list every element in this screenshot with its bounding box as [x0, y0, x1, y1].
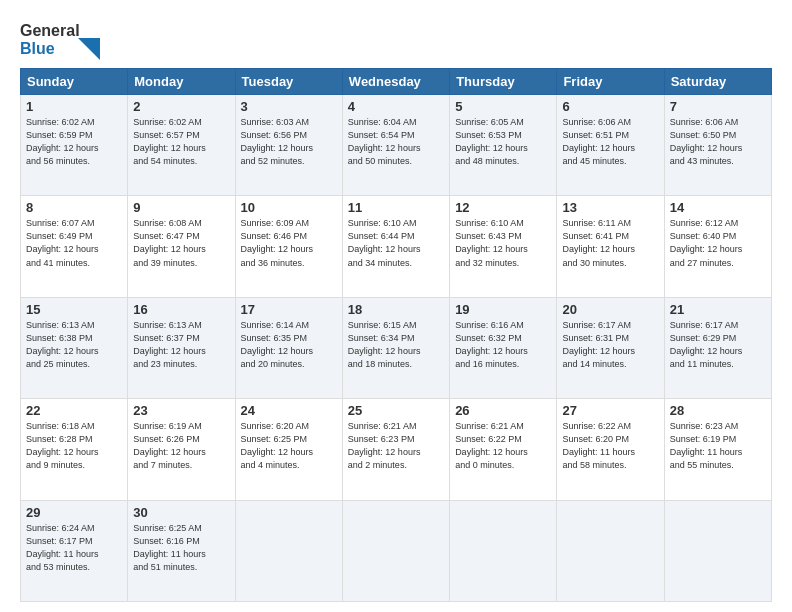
day-info: Sunrise: 6:13 AM Sunset: 6:38 PM Dayligh…	[26, 319, 122, 371]
calendar-cell: 24Sunrise: 6:20 AM Sunset: 6:25 PM Dayli…	[235, 399, 342, 500]
calendar-cell: 20Sunrise: 6:17 AM Sunset: 6:31 PM Dayli…	[557, 297, 664, 398]
day-number: 15	[26, 302, 122, 317]
calendar-week-row: 29Sunrise: 6:24 AM Sunset: 6:17 PM Dayli…	[21, 500, 772, 601]
day-info: Sunrise: 6:13 AM Sunset: 6:37 PM Dayligh…	[133, 319, 229, 371]
day-info: Sunrise: 6:17 AM Sunset: 6:29 PM Dayligh…	[670, 319, 766, 371]
calendar-cell: 30Sunrise: 6:25 AM Sunset: 6:16 PM Dayli…	[128, 500, 235, 601]
calendar-cell	[235, 500, 342, 601]
calendar-header-sunday: Sunday	[21, 69, 128, 95]
calendar-week-row: 8Sunrise: 6:07 AM Sunset: 6:49 PM Daylig…	[21, 196, 772, 297]
day-number: 14	[670, 200, 766, 215]
day-info: Sunrise: 6:17 AM Sunset: 6:31 PM Dayligh…	[562, 319, 658, 371]
day-info: Sunrise: 6:21 AM Sunset: 6:22 PM Dayligh…	[455, 420, 551, 472]
calendar-table: SundayMondayTuesdayWednesdayThursdayFrid…	[20, 68, 772, 602]
day-info: Sunrise: 6:22 AM Sunset: 6:20 PM Dayligh…	[562, 420, 658, 472]
day-info: Sunrise: 6:20 AM Sunset: 6:25 PM Dayligh…	[241, 420, 337, 472]
calendar-cell	[450, 500, 557, 601]
calendar-cell: 15Sunrise: 6:13 AM Sunset: 6:38 PM Dayli…	[21, 297, 128, 398]
day-info: Sunrise: 6:25 AM Sunset: 6:16 PM Dayligh…	[133, 522, 229, 574]
day-number: 27	[562, 403, 658, 418]
calendar-cell: 16Sunrise: 6:13 AM Sunset: 6:37 PM Dayli…	[128, 297, 235, 398]
calendar-cell: 22Sunrise: 6:18 AM Sunset: 6:28 PM Dayli…	[21, 399, 128, 500]
day-info: Sunrise: 6:12 AM Sunset: 6:40 PM Dayligh…	[670, 217, 766, 269]
day-number: 20	[562, 302, 658, 317]
day-number: 7	[670, 99, 766, 114]
calendar-header-friday: Friday	[557, 69, 664, 95]
day-number: 13	[562, 200, 658, 215]
day-number: 1	[26, 99, 122, 114]
day-info: Sunrise: 6:06 AM Sunset: 6:51 PM Dayligh…	[562, 116, 658, 168]
day-number: 28	[670, 403, 766, 418]
svg-marker-2	[78, 38, 100, 60]
calendar-cell: 14Sunrise: 6:12 AM Sunset: 6:40 PM Dayli…	[664, 196, 771, 297]
day-number: 25	[348, 403, 444, 418]
day-number: 26	[455, 403, 551, 418]
calendar-cell: 11Sunrise: 6:10 AM Sunset: 6:44 PM Dayli…	[342, 196, 449, 297]
calendar-cell: 12Sunrise: 6:10 AM Sunset: 6:43 PM Dayli…	[450, 196, 557, 297]
calendar-cell	[664, 500, 771, 601]
logo-svg: GeneralBlue	[20, 18, 100, 60]
calendar-cell: 6Sunrise: 6:06 AM Sunset: 6:51 PM Daylig…	[557, 95, 664, 196]
calendar-cell: 21Sunrise: 6:17 AM Sunset: 6:29 PM Dayli…	[664, 297, 771, 398]
day-number: 30	[133, 505, 229, 520]
day-info: Sunrise: 6:05 AM Sunset: 6:53 PM Dayligh…	[455, 116, 551, 168]
day-info: Sunrise: 6:06 AM Sunset: 6:50 PM Dayligh…	[670, 116, 766, 168]
calendar-header-saturday: Saturday	[664, 69, 771, 95]
day-number: 2	[133, 99, 229, 114]
day-info: Sunrise: 6:16 AM Sunset: 6:32 PM Dayligh…	[455, 319, 551, 371]
calendar-cell: 18Sunrise: 6:15 AM Sunset: 6:34 PM Dayli…	[342, 297, 449, 398]
calendar-cell: 4Sunrise: 6:04 AM Sunset: 6:54 PM Daylig…	[342, 95, 449, 196]
calendar-cell: 1Sunrise: 6:02 AM Sunset: 6:59 PM Daylig…	[21, 95, 128, 196]
day-number: 10	[241, 200, 337, 215]
day-number: 17	[241, 302, 337, 317]
day-info: Sunrise: 6:23 AM Sunset: 6:19 PM Dayligh…	[670, 420, 766, 472]
calendar-cell: 28Sunrise: 6:23 AM Sunset: 6:19 PM Dayli…	[664, 399, 771, 500]
calendar-cell: 2Sunrise: 6:02 AM Sunset: 6:57 PM Daylig…	[128, 95, 235, 196]
day-number: 19	[455, 302, 551, 317]
day-info: Sunrise: 6:19 AM Sunset: 6:26 PM Dayligh…	[133, 420, 229, 472]
day-number: 24	[241, 403, 337, 418]
day-number: 16	[133, 302, 229, 317]
day-info: Sunrise: 6:11 AM Sunset: 6:41 PM Dayligh…	[562, 217, 658, 269]
calendar-cell: 27Sunrise: 6:22 AM Sunset: 6:20 PM Dayli…	[557, 399, 664, 500]
day-number: 18	[348, 302, 444, 317]
day-number: 8	[26, 200, 122, 215]
calendar-cell: 25Sunrise: 6:21 AM Sunset: 6:23 PM Dayli…	[342, 399, 449, 500]
calendar-cell: 8Sunrise: 6:07 AM Sunset: 6:49 PM Daylig…	[21, 196, 128, 297]
day-info: Sunrise: 6:09 AM Sunset: 6:46 PM Dayligh…	[241, 217, 337, 269]
svg-text:General: General	[20, 22, 80, 39]
day-info: Sunrise: 6:21 AM Sunset: 6:23 PM Dayligh…	[348, 420, 444, 472]
calendar-cell: 23Sunrise: 6:19 AM Sunset: 6:26 PM Dayli…	[128, 399, 235, 500]
day-info: Sunrise: 6:10 AM Sunset: 6:43 PM Dayligh…	[455, 217, 551, 269]
logo: GeneralBlue	[20, 18, 100, 60]
calendar-header-tuesday: Tuesday	[235, 69, 342, 95]
day-info: Sunrise: 6:03 AM Sunset: 6:56 PM Dayligh…	[241, 116, 337, 168]
calendar-cell: 29Sunrise: 6:24 AM Sunset: 6:17 PM Dayli…	[21, 500, 128, 601]
day-number: 11	[348, 200, 444, 215]
calendar-header-wednesday: Wednesday	[342, 69, 449, 95]
day-number: 3	[241, 99, 337, 114]
calendar-week-row: 1Sunrise: 6:02 AM Sunset: 6:59 PM Daylig…	[21, 95, 772, 196]
calendar-cell: 7Sunrise: 6:06 AM Sunset: 6:50 PM Daylig…	[664, 95, 771, 196]
day-number: 6	[562, 99, 658, 114]
day-number: 21	[670, 302, 766, 317]
day-info: Sunrise: 6:10 AM Sunset: 6:44 PM Dayligh…	[348, 217, 444, 269]
day-number: 22	[26, 403, 122, 418]
day-info: Sunrise: 6:08 AM Sunset: 6:47 PM Dayligh…	[133, 217, 229, 269]
header: GeneralBlue	[20, 18, 772, 60]
calendar-cell: 13Sunrise: 6:11 AM Sunset: 6:41 PM Dayli…	[557, 196, 664, 297]
day-number: 9	[133, 200, 229, 215]
day-number: 12	[455, 200, 551, 215]
day-info: Sunrise: 6:02 AM Sunset: 6:59 PM Dayligh…	[26, 116, 122, 168]
day-info: Sunrise: 6:15 AM Sunset: 6:34 PM Dayligh…	[348, 319, 444, 371]
calendar-cell: 10Sunrise: 6:09 AM Sunset: 6:46 PM Dayli…	[235, 196, 342, 297]
day-number: 23	[133, 403, 229, 418]
calendar-cell	[342, 500, 449, 601]
calendar-header-monday: Monday	[128, 69, 235, 95]
calendar-header-thursday: Thursday	[450, 69, 557, 95]
day-number: 5	[455, 99, 551, 114]
day-number: 29	[26, 505, 122, 520]
day-info: Sunrise: 6:02 AM Sunset: 6:57 PM Dayligh…	[133, 116, 229, 168]
calendar-week-row: 22Sunrise: 6:18 AM Sunset: 6:28 PM Dayli…	[21, 399, 772, 500]
calendar-cell: 26Sunrise: 6:21 AM Sunset: 6:22 PM Dayli…	[450, 399, 557, 500]
